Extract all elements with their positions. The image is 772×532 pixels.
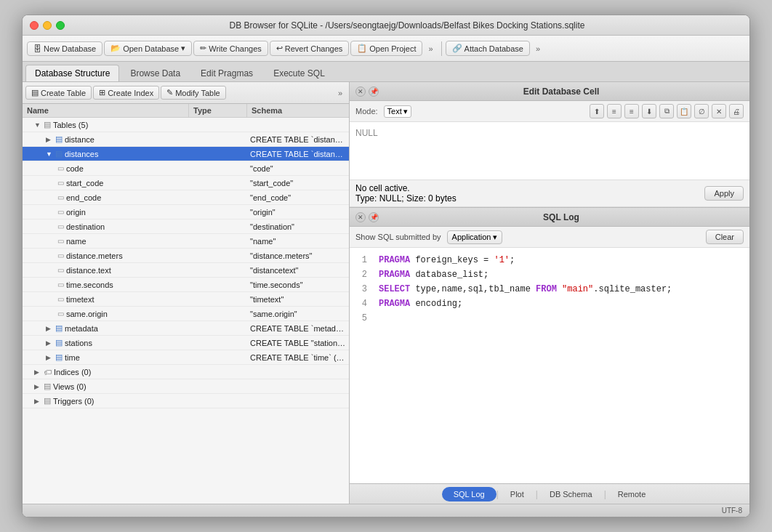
toolbar-more-2[interactable]: » (531, 42, 544, 55)
chevron-right-icon: ▶ (34, 383, 41, 390)
column-icon: ▭ (57, 310, 64, 318)
list-item[interactable]: ▭ same.origin "same.origin" (23, 307, 349, 321)
cell-status-bar: No cell active. Type: NULL; Size: 0 byte… (350, 180, 749, 207)
tab-sql-log[interactable]: SQL Log (442, 487, 496, 501)
list-item[interactable]: ▶ ▤ metadata CREATE TABLE `metadata` (23, 321, 349, 336)
list-item[interactable]: ▼ ▤ distances CREATE TABLE `distances` (23, 147, 349, 161)
apply-button[interactable]: Apply (704, 186, 744, 201)
cell-align-center-button[interactable]: ≡ (624, 104, 639, 118)
list-item[interactable]: ▭ timetext "timetext" (23, 292, 349, 307)
cell-null-button[interactable]: ∅ (694, 104, 709, 118)
list-item[interactable]: ▭ distance.meters "distance.meters" (23, 249, 349, 263)
modify-table-button[interactable]: ✎ Modify Table (161, 86, 226, 100)
column-icon: ▭ (57, 164, 64, 172)
toolbar-more-1[interactable]: » (424, 42, 437, 55)
cell-copy-button[interactable]: ⧉ (659, 104, 674, 118)
column-icon: ▭ (57, 266, 64, 274)
list-item[interactable]: ▶ ▤ Views (0) (23, 379, 349, 394)
list-item[interactable]: ▭ time.seconds "time.seconds" (23, 278, 349, 292)
cell-editor-header: ✕ 📌 Edit Database Cell (350, 82, 749, 101)
cell-print-button[interactable]: 🖨 (729, 104, 744, 118)
sql-log-pin-icon[interactable]: 📌 (369, 212, 379, 222)
clear-button[interactable]: Clear (706, 230, 744, 244)
tab-execute-sql[interactable]: Execute SQL (264, 65, 334, 81)
sql-source-select[interactable]: Application ▾ (447, 230, 503, 244)
tab-database-structure[interactable]: Database Structure (25, 65, 119, 81)
table-icon: ▤ (55, 338, 63, 347)
list-item[interactable]: ▶ ▤ distance CREATE TABLE `distance` ( (23, 132, 349, 147)
right-panel: ✕ 📌 Edit Database Cell Mode: Text ▾ ⬆ ≡ … (350, 82, 749, 504)
open-database-button[interactable]: 📂 Open Database ▾ (104, 41, 192, 56)
main-tabs: Database Structure Browse Data Edit Prag… (23, 62, 749, 82)
maximize-button[interactable] (56, 21, 65, 30)
tab-browse-data[interactable]: Browse Data (121, 65, 190, 81)
list-item[interactable]: ▭ destination "destination" (23, 219, 349, 234)
bottom-tabs: SQL Log | Plot | DB Schema | Remote (350, 483, 749, 504)
tab-remote[interactable]: Remote (606, 487, 658, 501)
sql-content: 1 PRAGMA foreign_keys = '1'; 2 PRAGMA da… (350, 248, 749, 483)
cell-align-left-button[interactable]: ≡ (607, 104, 622, 118)
attach-database-button[interactable]: 🔗 Attach Database (446, 41, 530, 56)
table-icon: ▤ (55, 323, 63, 333)
list-item[interactable]: ▶ ▤ Triggers (0) (23, 394, 349, 408)
open-db-icon: 📂 (110, 44, 121, 53)
create-index-button[interactable]: ⊞ Create Index (93, 86, 159, 100)
mode-select[interactable]: Text ▾ (384, 105, 411, 118)
cell-export-button[interactable]: ⬇ (642, 104, 656, 118)
column-icon: ▭ (57, 237, 64, 245)
list-item: 3 SELECT type,name,sql,tbl_name FROM "ma… (355, 283, 744, 296)
revert-changes-button[interactable]: ↩ Revert Changes (270, 41, 350, 56)
create-table-icon: ▤ (31, 88, 39, 97)
column-icon: ▭ (57, 281, 64, 289)
cell-import-button[interactable]: ⬆ (590, 104, 604, 118)
column-icon: ▭ (57, 193, 64, 201)
col-header-type: Type (189, 104, 247, 117)
list-item: 1 PRAGMA foreign_keys = '1'; (355, 254, 744, 267)
modify-table-icon: ✎ (166, 88, 173, 97)
chevron-down-icon: ▾ (493, 233, 497, 242)
list-item: 2 PRAGMA database_list; (355, 268, 744, 281)
cell-paste-button[interactable]: 📋 (677, 104, 691, 118)
table-icon: ▤ (55, 149, 63, 158)
sql-log-close-icon[interactable]: ✕ (355, 212, 366, 222)
list-item[interactable]: ▭ code "code" (23, 161, 349, 176)
list-item[interactable]: ▶ ▤ time CREATE TABLE `time` ( `fie (23, 350, 349, 365)
tab-edit-pragmas[interactable]: Edit Pragmas (191, 65, 262, 81)
cell-delete-button[interactable]: ✕ (712, 104, 726, 118)
sql-show-label: Show SQL submitted by (355, 233, 441, 241)
col-header-schema: Schema (247, 104, 349, 117)
sql-log-panel: ✕ 📌 SQL Log Show SQL submitted by Applic… (350, 208, 749, 504)
list-item[interactable]: ▶ ▤ stations CREATE TABLE "stations" ( (23, 336, 349, 350)
list-item[interactable]: ▼ ▤ Tables (5) (23, 118, 349, 132)
write-changes-button[interactable]: ✏ Write Changes (193, 41, 268, 56)
chevron-right-icon: ▶ (46, 339, 53, 347)
titlebar: DB Browser for SQLite - /Users/seongtaej… (23, 15, 749, 36)
open-project-button[interactable]: 📋 Open Project (350, 41, 422, 56)
sub-toolbar-more[interactable]: » (334, 87, 346, 99)
list-item: 4 PRAGMA encoding; (355, 297, 744, 310)
toolbar-separator (441, 41, 442, 56)
traffic-lights (30, 21, 65, 30)
group-icon: ▤ (44, 120, 51, 129)
cell-editor: ✕ 📌 Edit Database Cell Mode: Text ▾ ⬆ ≡ … (350, 82, 749, 208)
cell-editor-pin-icon[interactable]: 📌 (369, 86, 379, 97)
list-item[interactable]: ▭ origin "origin" (23, 205, 349, 219)
tab-db-schema[interactable]: DB Schema (538, 487, 604, 501)
null-indicator: NULL (355, 128, 378, 138)
main-toolbar: 🗄 New Database 📂 Open Database ▾ ✏ Write… (23, 36, 749, 62)
list-item[interactable]: ▭ name "name" (23, 234, 349, 249)
list-item[interactable]: ▭ end_code "end_code" (23, 190, 349, 205)
create-table-button[interactable]: ▤ Create Table (25, 86, 92, 100)
list-item[interactable]: ▭ distance.text "distancetext" (23, 263, 349, 278)
list-item[interactable]: ▭ start_code "start_code" (23, 176, 349, 190)
sql-log-close-icons: ✕ 📌 (355, 212, 379, 222)
cell-editor-close-icon[interactable]: ✕ (355, 86, 366, 97)
main-content: ▤ Create Table ⊞ Create Index ✎ Modify T… (23, 82, 749, 504)
minimize-button[interactable] (43, 21, 52, 30)
tab-plot[interactable]: Plot (499, 487, 536, 501)
sql-log-header: ✕ 📌 SQL Log (350, 208, 749, 227)
close-button[interactable] (30, 21, 39, 30)
table-icon: ▤ (55, 134, 63, 144)
new-database-button[interactable]: 🗄 New Database (27, 41, 102, 56)
list-item[interactable]: ▶ 🏷 Indices (0) (23, 365, 349, 379)
